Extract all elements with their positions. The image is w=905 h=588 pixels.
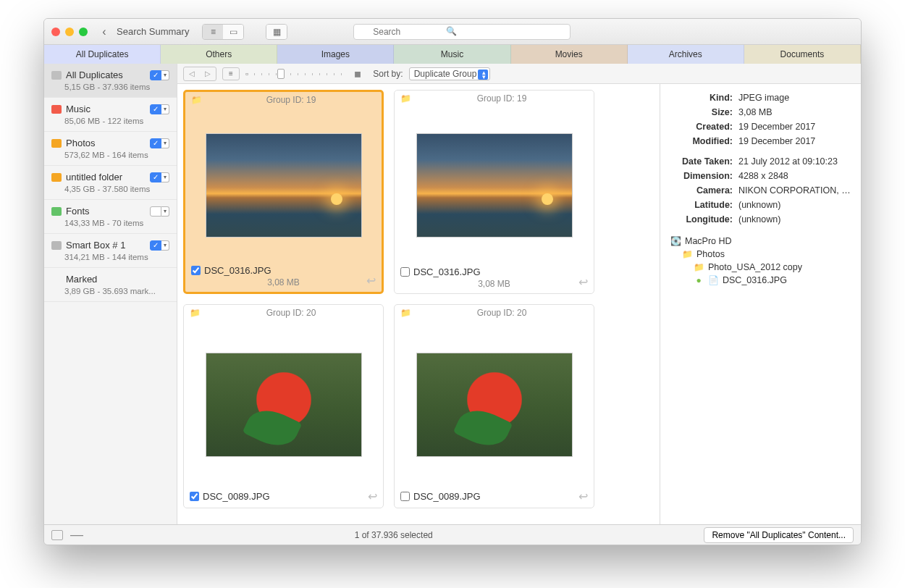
sidebar-item[interactable]: Fonts ▾ 143,33 MB - 70 items xyxy=(44,200,177,234)
remove-button[interactable]: Remove "All Duplicates" Content... xyxy=(704,527,854,543)
status-box-icon[interactable] xyxy=(51,530,63,540)
sidebar-item-label: Smart Box # 1 xyxy=(66,240,125,251)
back-chevron-icon[interactable]: ‹ xyxy=(98,25,111,38)
checkbox-icon[interactable] xyxy=(150,206,161,217)
chevron-down-icon[interactable]: ▾ xyxy=(161,206,169,217)
mark-checkbox[interactable] xyxy=(190,492,199,501)
kv-lat-v: (unknown) xyxy=(738,200,851,210)
tab-all-duplicates[interactable]: All Duplicates xyxy=(44,45,161,64)
folder-icon xyxy=(51,241,62,250)
thumbnail[interactable] xyxy=(395,321,594,488)
kv-taken-k: Date Taken: xyxy=(670,156,733,167)
folder-icon xyxy=(51,71,62,80)
folder-icon: 📁 xyxy=(190,308,201,318)
mark-checkbox[interactable] xyxy=(191,266,201,275)
kv-modified-v: 19 December 2017 xyxy=(738,136,851,146)
search-input[interactable] xyxy=(353,24,571,40)
thumbnail[interactable] xyxy=(184,321,383,488)
duplicate-card[interactable]: 📁 Group ID: 20 DSC_0089.JPG ↩ xyxy=(394,304,594,508)
path-row[interactable]: 📁Photos xyxy=(670,248,851,261)
nav-arrows[interactable]: ◁ ▷ xyxy=(183,67,216,81)
minimize-icon[interactable] xyxy=(65,28,74,36)
checkbox-icon[interactable]: ✓ xyxy=(150,172,161,182)
thumbnail[interactable] xyxy=(395,106,594,264)
sort-select[interactable]: Duplicate Group ▴▾ xyxy=(409,67,491,80)
file-icon: 📄 xyxy=(708,275,718,285)
folder-icon xyxy=(51,173,62,182)
mark-checkbox[interactable] xyxy=(400,267,410,277)
undo-icon[interactable]: ↩ xyxy=(368,490,377,503)
group-label: Group ID: 19 xyxy=(206,95,376,105)
list-view-icon[interactable]: ≡ xyxy=(203,25,223,39)
thumbnail-size-slider[interactable] xyxy=(254,68,348,80)
path-row[interactable]: ●📄DSC_0316.JPG xyxy=(670,274,851,287)
sidebar-check[interactable]: ✓ ▾ xyxy=(150,70,169,80)
file-name: DSC_0089.JPG xyxy=(203,491,270,502)
tab-music[interactable]: Music xyxy=(394,45,510,64)
inspector: Kind: JPEG image Size: 3,08 MB Created: … xyxy=(660,84,861,524)
undo-icon[interactable]: ↩ xyxy=(578,275,588,289)
back-label[interactable]: Search Summary xyxy=(117,26,189,37)
tab-movies[interactable]: Movies xyxy=(511,45,628,64)
duplicate-card[interactable]: 📁 Group ID: 19 DSC_0316.JPG 3,08 MB ↩ xyxy=(183,90,384,294)
duplicate-card[interactable]: 📁 Group ID: 19 DSC_0316.JPG 3,08 MB ↩ xyxy=(394,90,594,294)
file-name: DSC_0316.JPG xyxy=(204,265,272,276)
thumbnail[interactable] xyxy=(185,108,382,262)
group-label: Group ID: 19 xyxy=(416,93,588,104)
tab-others[interactable]: Others xyxy=(161,45,277,64)
folder-icon: 📁 xyxy=(682,249,692,259)
checkbox-icon[interactable]: ✓ xyxy=(150,240,161,251)
sidebar-item[interactable]: Photos ✓ ▾ 573,62 MB - 164 items xyxy=(44,132,177,166)
path-row[interactable]: 📁Photo_USA_2012 copy xyxy=(670,261,851,274)
duplicate-card[interactable]: 📁 Group ID: 20 DSC_0089.JPG ↩ xyxy=(183,304,384,508)
chevron-down-icon[interactable]: ▾ xyxy=(161,240,169,251)
search-field-wrap: 🔍 xyxy=(353,24,571,40)
column-view-icon[interactable]: ▭ xyxy=(223,25,243,39)
tab-archives[interactable]: Archives xyxy=(628,45,744,64)
sidebar-item[interactable]: All Duplicates ✓ ▾ 5,15 GB - 37.936 item… xyxy=(44,64,177,98)
kv-dim-k: Dimension: xyxy=(670,171,733,181)
sidebar-check[interactable]: ✓ ▾ xyxy=(150,172,169,182)
path-row[interactable]: 💽MacPro HD xyxy=(670,235,851,248)
sidebar-item[interactable]: Smart Box # 1 ✓ ▾ 314,21 MB - 144 items xyxy=(44,234,177,268)
sidebar-item[interactable]: untitled folder ✓ ▾ 4,35 GB - 37.580 ite… xyxy=(44,166,177,200)
status-minus-icon[interactable]: — xyxy=(70,527,83,542)
sidebar: All Duplicates ✓ ▾ 5,15 GB - 37.936 item… xyxy=(44,64,177,524)
chevron-down-icon[interactable]: ▾ xyxy=(161,70,169,80)
tab-documents[interactable]: Documents xyxy=(744,45,861,64)
sub-toolbar: ◁ ▷ ≡ ▫ ◼ Sort by: Duplicate Group ▴▾ xyxy=(177,64,861,84)
close-icon[interactable] xyxy=(51,28,60,36)
maximize-icon[interactable] xyxy=(79,28,88,36)
file-size: 3,08 MB xyxy=(400,279,588,289)
checkbox-icon[interactable]: ✓ xyxy=(150,104,161,114)
sidebar-item-sub: 5,15 GB - 37.936 items xyxy=(51,83,169,91)
folder-icon: 📁 xyxy=(400,308,411,318)
undo-icon[interactable]: ↩ xyxy=(366,274,376,287)
kv-size-v: 3,08 MB xyxy=(738,107,851,117)
thumb-small-icon: ▫ xyxy=(245,69,248,79)
list-toggle-icon[interactable]: ≡ xyxy=(222,67,240,80)
sidebar-item[interactable]: Marked 3,89 GB - 35.693 mark... xyxy=(44,268,177,302)
sidebar-check[interactable]: ✓ ▾ xyxy=(150,104,169,114)
checkbox-icon[interactable]: ✓ xyxy=(150,70,161,80)
grid-view-icon[interactable]: ▦ xyxy=(266,25,287,39)
sidebar-check[interactable]: ✓ ▾ xyxy=(150,138,169,148)
sidebar-check[interactable]: ✓ ▾ xyxy=(150,240,169,251)
chevron-down-icon[interactable]: ▾ xyxy=(161,104,169,114)
chevron-down-icon[interactable]: ▾ xyxy=(161,138,169,148)
undo-icon[interactable]: ↩ xyxy=(578,490,588,503)
view-mode-segmented[interactable]: ≡ ▭ xyxy=(202,24,244,40)
mark-checkbox[interactable] xyxy=(400,492,410,501)
chevron-down-icon[interactable]: ▾ xyxy=(161,172,169,182)
checkbox-icon[interactable]: ✓ xyxy=(150,138,161,148)
sidebar-check[interactable]: ▾ xyxy=(150,206,169,217)
kv-cam-k: Camera: xyxy=(670,185,733,196)
sidebar-item[interactable]: Music ✓ ▾ 85,06 MB - 122 items xyxy=(44,98,177,132)
nav-prev-icon[interactable]: ◁ xyxy=(184,67,200,80)
search-icon: 🔍 xyxy=(446,26,457,36)
nav-next-icon[interactable]: ▷ xyxy=(200,67,216,80)
tab-images[interactable]: Images xyxy=(277,45,394,64)
folder-icon xyxy=(51,105,62,114)
layout-segmented[interactable]: ▦ xyxy=(266,24,287,40)
group-label: Group ID: 20 xyxy=(416,308,588,318)
